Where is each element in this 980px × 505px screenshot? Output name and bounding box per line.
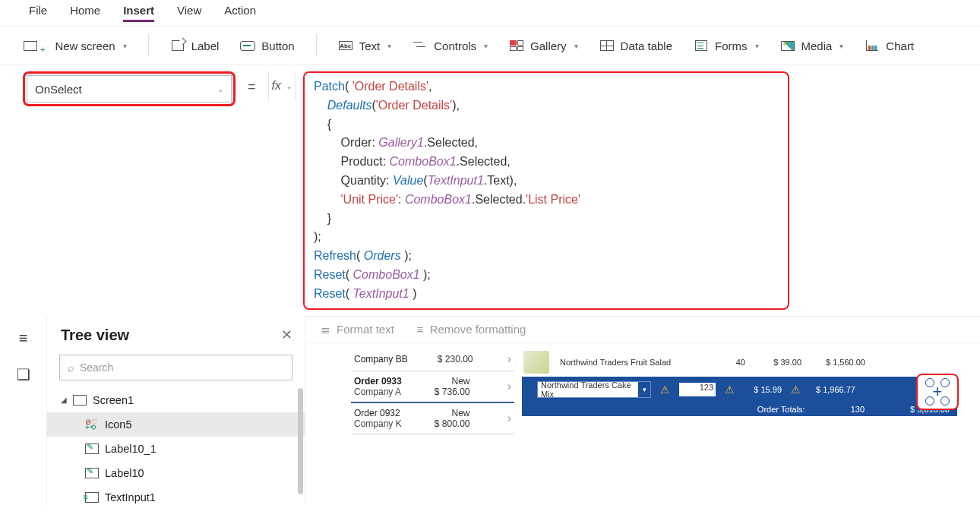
insert-button-button[interactable]: Button	[240, 39, 294, 52]
insert-label-button[interactable]: Label	[170, 39, 220, 52]
menu-action[interactable]: Action	[224, 4, 256, 22]
insert-media-menu[interactable]: Media▾	[780, 39, 844, 52]
menubar: File Home Insert View Action	[0, 0, 980, 26]
property-value: OnSelect	[35, 83, 82, 96]
product-combobox[interactable]: Northwind Traders Cake Mix ▾	[537, 381, 651, 398]
tree-item-label10_1[interactable]: Label10_1	[47, 437, 305, 461]
tree-view-panel: Tree view ✕ ⌕ Search ◢Screen1⊘♡+⟲Icon5La…	[47, 316, 305, 505]
property-select[interactable]: OnSelect ⌄	[27, 75, 232, 103]
fx-button[interactable]: fx⌄	[268, 71, 296, 100]
insert-datatable-button[interactable]: Data table	[599, 39, 672, 52]
hamburger-icon[interactable]: ≡	[19, 330, 28, 347]
warning-icon: ⚠	[791, 383, 801, 396]
tree-list: ◢Screen1⊘♡+⟲Icon5Label10_1Label10TextInp…	[47, 388, 305, 505]
chevron-down-icon: ▾	[123, 42, 127, 50]
left-rail: ≡ ❏	[0, 316, 47, 505]
tree-item-screen1[interactable]: ◢Screen1	[47, 388, 305, 412]
new-screen-button[interactable]: + New screen▾	[23, 39, 127, 52]
equals-sign: =	[243, 71, 261, 103]
add-icon-button[interactable]: +	[916, 374, 959, 410]
warning-icon: ⚠	[725, 383, 735, 396]
layers-icon[interactable]: ❏	[17, 365, 30, 383]
panel-title: Tree view	[61, 327, 129, 344]
menu-insert[interactable]: Insert	[123, 4, 154, 22]
close-icon[interactable]: ✕	[281, 327, 292, 343]
menu-home[interactable]: Home	[70, 4, 100, 22]
order-totals: Order Totals: 130 $ 3,810.00	[522, 402, 957, 416]
detail-line-item: Northwind Traders Fruit Salad 40 $ 39.00…	[522, 348, 957, 377]
format-text-button[interactable]: ≣Format text	[321, 323, 394, 336]
product-thumb	[523, 351, 549, 374]
insert-forms-menu[interactable]: Forms▾	[694, 39, 759, 52]
app-preview: Company BB $ 230.00›Order 0933Company A …	[351, 348, 957, 434]
ribbon: + New screen▾ Label Button AbcText▾ Cont…	[0, 26, 980, 65]
new-line-item: Northwind Traders Cake Mix ▾ ⚠ 123 ⚠ $ 1…	[522, 377, 957, 402]
tree-item-textinput1[interactable]: TextInput1	[47, 485, 305, 505]
formula-editor[interactable]: Patch( 'Order Details', Defaults('Order …	[303, 71, 789, 310]
quantity-input[interactable]: 123	[679, 383, 716, 396]
tree-item-label10[interactable]: Label10	[47, 461, 305, 485]
warning-icon: ⚠	[660, 383, 670, 396]
remove-formatting-button[interactable]: ≡Remove formatting	[417, 323, 526, 336]
chevron-down-icon: ▾	[638, 382, 650, 397]
insert-text-menu[interactable]: AbcText▾	[338, 39, 392, 52]
tree-item-icon5[interactable]: ⊘♡+⟲Icon5	[47, 412, 305, 437]
format-bar: ≣Format text ≡Remove formatting	[305, 316, 980, 343]
menu-view[interactable]: View	[177, 4, 201, 22]
insert-controls-menu[interactable]: Controls▾	[413, 39, 488, 52]
insert-chart-menu[interactable]: Chart	[865, 39, 914, 52]
canvas-area: ≣Format text ≡Remove formatting Company …	[305, 316, 980, 505]
tree-search-input[interactable]: ⌕ Search	[59, 355, 292, 380]
order-row[interactable]: Order 0933Company A New$ 736.00›	[351, 371, 514, 403]
insert-gallery-menu[interactable]: Gallery▾	[509, 39, 578, 52]
formula-bar: OnSelect ⌄ = fx⌄ Patch( 'Order Details',…	[0, 65, 980, 316]
menu-file[interactable]: File	[29, 4, 47, 22]
search-icon: ⌕	[68, 361, 74, 374]
chevron-down-icon: ⌄	[217, 85, 223, 93]
order-row[interactable]: Company BB $ 230.00›	[351, 348, 514, 371]
orders-gallery[interactable]: Company BB $ 230.00›Order 0933Company A …	[351, 348, 514, 434]
order-row[interactable]: Order 0932Company K New$ 800.00›	[351, 403, 514, 434]
